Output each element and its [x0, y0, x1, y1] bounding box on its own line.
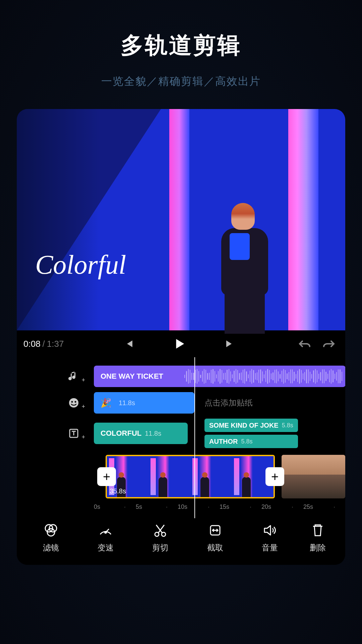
trash-icon	[310, 522, 326, 538]
preview-text-overlay: Colorful	[35, 250, 126, 280]
sticker-track: + 🎉 11.8s 点击添加贴纸	[17, 392, 345, 414]
scissors-icon	[152, 522, 168, 538]
text-clip-primary[interactable]: COLORFUL 11.8s	[94, 423, 188, 444]
music-icon	[68, 370, 80, 382]
playback-controls: 0:08 / 1:37	[17, 330, 345, 357]
video-track: + + 35.8s +	[17, 455, 345, 498]
redo-button[interactable]	[320, 335, 337, 352]
text-icon	[68, 427, 80, 439]
sticker-duration: 11.8s	[119, 399, 135, 407]
ruler-tick: 20s	[261, 503, 303, 511]
text-clip-secondary[interactable]: SOME KIND OF JOKE 5.8s	[204, 419, 298, 432]
tool-label: 变速	[98, 542, 114, 553]
text-clip-duration: 5.8s	[282, 422, 293, 429]
skip-back-icon	[124, 338, 134, 349]
undo-icon	[298, 338, 312, 349]
editor-screen: Colorful 0:08 / 1:37 +	[17, 109, 345, 565]
time-current: 0:08	[23, 339, 41, 349]
svg-point-1	[71, 401, 73, 403]
speed-tool[interactable]: 变速	[85, 522, 126, 553]
tool-label: 音量	[262, 542, 278, 553]
ruler-tick: 0s	[94, 503, 136, 511]
time-ruler[interactable]: 0s 5s 10s 15s 20s 25s	[94, 503, 345, 511]
tool-label: 滤镜	[43, 542, 59, 553]
add-sticker-placeholder[interactable]: 点击添加贴纸	[198, 392, 345, 414]
redo-icon	[322, 338, 335, 349]
tool-label: 删除	[310, 542, 326, 553]
add-music-button[interactable]: +	[64, 370, 84, 382]
text-clip-secondary[interactable]: AUTHOR 5.8s	[204, 435, 298, 448]
volume-tool[interactable]: 音量	[250, 522, 290, 553]
next-button[interactable]	[221, 335, 238, 352]
text-clip-duration: 5.8s	[241, 438, 253, 445]
hero-subtitle: 一览全貌／精确剪辑／高效出片	[0, 74, 362, 89]
playhead[interactable]	[194, 357, 195, 518]
crop-icon	[207, 522, 223, 538]
text-clip-label: SOME KIND OF JOKE	[209, 422, 279, 429]
emoji-icon	[68, 397, 80, 409]
svg-point-0	[69, 398, 78, 408]
crop-tool[interactable]: 截取	[195, 522, 235, 553]
play-button[interactable]	[171, 335, 188, 352]
video-clip-duration: 35.8s	[110, 487, 126, 495]
svg-point-2	[75, 401, 76, 403]
cut-tool[interactable]: 剪切	[140, 522, 180, 553]
ruler-tick: 5s	[136, 503, 178, 511]
add-text-button[interactable]: +	[64, 427, 84, 439]
music-clip-title: ONE WAY TICKET	[101, 372, 163, 381]
ruler-tick: 25s	[303, 503, 345, 511]
text-track: + COLORFUL 11.8s SOME KIND OF JOKE 5.8s …	[17, 419, 345, 448]
skip-forward-icon	[224, 338, 235, 349]
add-clip-before-button[interactable]: +	[97, 467, 116, 486]
text-clip-label: COLORFUL	[101, 429, 141, 438]
sticker-clip[interactable]: 🎉 11.8s	[94, 392, 194, 414]
timeline[interactable]: + ONE WAY TICKET + 🎉 11.8s 点击添加贴纸	[17, 357, 345, 514]
music-clip[interactable]: ONE WAY TICKET	[94, 366, 345, 387]
prev-button[interactable]	[121, 335, 137, 352]
hero-title: 多轨道剪辑	[0, 30, 362, 61]
undo-button[interactable]	[297, 335, 313, 352]
filter-tool[interactable]: 滤镜	[31, 522, 71, 553]
party-popper-icon: 🎉	[101, 398, 111, 408]
ruler-tick: 10s	[178, 503, 220, 511]
add-sticker-button[interactable]: +	[64, 397, 84, 409]
ruler-tick: 15s	[220, 503, 261, 511]
speed-icon	[98, 522, 114, 538]
add-clip-after-button[interactable]: +	[265, 467, 284, 486]
tool-bar: 滤镜 变速 剪切 截取 音量 删除	[17, 514, 345, 565]
tool-label: 截取	[207, 542, 223, 553]
text-clip-duration: 11.8s	[145, 430, 161, 437]
play-icon	[173, 337, 186, 350]
filter-icon	[43, 522, 59, 538]
video-clip[interactable]	[282, 455, 345, 498]
waveform-icon	[184, 368, 342, 384]
time-separator: /	[43, 339, 45, 349]
music-track: + ONE WAY TICKET	[17, 366, 345, 387]
video-preview[interactable]: Colorful	[17, 109, 345, 330]
time-total: 1:37	[47, 339, 64, 349]
volume-icon	[262, 522, 278, 538]
tool-label: 剪切	[152, 542, 168, 553]
delete-tool[interactable]: 删除	[304, 522, 331, 553]
text-clip-label: AUTHOR	[209, 438, 238, 445]
video-clip-selected[interactable]: 35.8s	[106, 455, 275, 498]
